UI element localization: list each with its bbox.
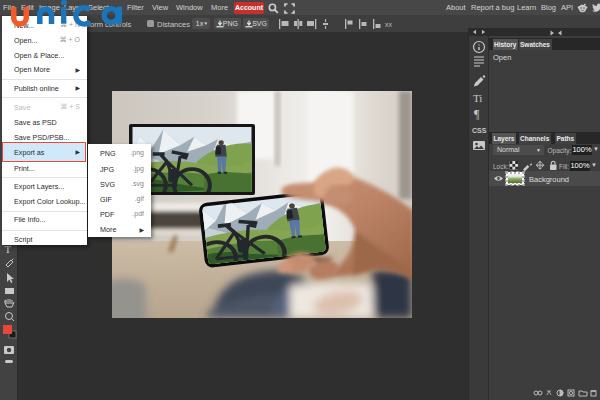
svg-text:CSS: CSS bbox=[472, 127, 487, 134]
svg-text:Ti: Ti bbox=[473, 92, 482, 104]
svg-text:¶: ¶ bbox=[474, 107, 480, 121]
svg-text:xx: xx bbox=[385, 21, 393, 28]
svg-text:T: T bbox=[5, 243, 12, 255]
